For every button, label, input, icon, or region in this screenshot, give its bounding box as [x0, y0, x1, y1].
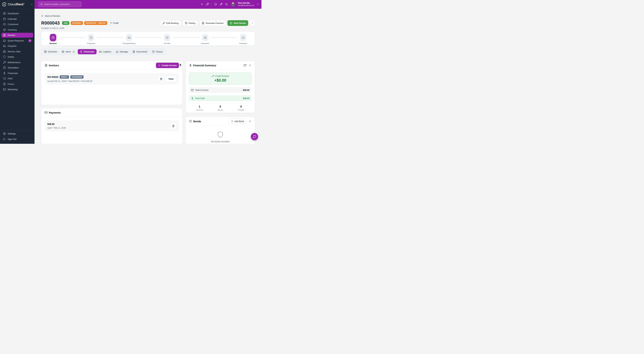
settings-tools-button[interactable]	[220, 3, 222, 6]
collapse-bonds-button[interactable]	[249, 120, 252, 123]
sidebar-footer: Settings Sign Out	[0, 130, 34, 144]
sidebar-item-label: Calendar	[8, 18, 17, 20]
tab-overview[interactable]: Overview	[42, 49, 59, 54]
trash-icon	[160, 78, 162, 80]
payment-amount: $38.50	[47, 123, 170, 125]
sidebar-item-label: Settings	[8, 132, 16, 135]
total-invoiced-label: Total Invoiced	[195, 89, 208, 91]
add-bond-button[interactable]: Add Bond	[229, 119, 246, 124]
truck-icon	[99, 50, 102, 53]
no-bonds-text: No bonds recorded	[211, 140, 230, 143]
sidebar-item-quote-requests[interactable]: Quote Requests1	[1, 38, 33, 43]
credit-position-label-row: Credit Position	[211, 75, 229, 77]
sidebar-item-stocktakes[interactable]: Stocktakes	[1, 65, 33, 70]
sidebar-item-maintenance[interactable]: Maintenance	[1, 60, 33, 65]
step-connector	[97, 37, 123, 38]
sidebar-item-label: Quote Requests	[8, 39, 24, 42]
page-header: R000043 JOB PENDING RESERVED - UNPAID FL…	[41, 20, 255, 26]
chat-fab-button[interactable]	[251, 133, 258, 140]
financial-summary-header: Financial Summary	[186, 61, 255, 70]
quick-add-button[interactable]	[200, 3, 204, 6]
user-menu-caret[interactable]	[257, 3, 259, 5]
logo-row: CloudRent®	[0, 0, 34, 9]
sidebar-item-rentals[interactable]: Rentals	[1, 33, 33, 38]
tab-damage[interactable]: Damage	[114, 49, 130, 54]
notifications-button[interactable]	[214, 3, 217, 6]
sidebar-item-calendar[interactable]: Calendar	[1, 17, 33, 21]
alert-triangle-icon	[116, 50, 118, 53]
moon-icon	[225, 3, 228, 6]
tab-documents[interactable]: Documents	[130, 49, 150, 54]
tab-history[interactable]: History	[150, 49, 165, 54]
sidebar-item-label: Financials	[8, 72, 18, 74]
sidebar-item-financials[interactable]: Financials	[1, 71, 33, 76]
sidebar-item-sign-out[interactable]: Sign Out	[1, 137, 33, 142]
invoice-info: INV-00022 DRAFT STANDARD Issued Feb 11, …	[47, 75, 158, 82]
global-search[interactable]	[38, 2, 81, 7]
header-actions: Edit Booking History Generate Contract S…	[160, 20, 255, 26]
tab-logistics[interactable]: Logistics	[97, 49, 114, 54]
rental-status-stepper: Booked Prepared Pickup/Delivery On Hire …	[41, 32, 255, 46]
back-label: Back to Rentals	[45, 15, 60, 17]
sidebar-item-marketing[interactable]: Marketing	[1, 87, 33, 92]
chat-icon	[253, 135, 256, 138]
avatar[interactable]	[230, 2, 236, 7]
step-connector	[59, 37, 85, 38]
view-invoice-button[interactable]: View	[166, 75, 176, 82]
invoices-card: Invoices Create Invoice INV-00022 DRAFT …	[41, 61, 182, 105]
step-label: Finalised	[239, 42, 247, 44]
sidebar-item-forms[interactable]: Forms	[1, 82, 33, 86]
sidebar-collapse-icon[interactable]	[30, 3, 33, 6]
flag-button[interactable]: FLAG	[108, 21, 120, 25]
delete-payment-button[interactable]	[170, 123, 176, 129]
sidebar-item-pos[interactable]: POS	[1, 76, 33, 81]
pencil-icon	[162, 22, 165, 24]
shield-icon	[3, 55, 6, 58]
dark-mode-toggle[interactable]	[225, 3, 228, 6]
package-icon	[204, 36, 206, 39]
stat-value: 1	[189, 105, 210, 108]
tab-items[interactable]: Items1	[60, 49, 77, 54]
sidebar-item-inventory[interactable]: Inventory	[1, 27, 33, 32]
trending-up-icon	[211, 75, 214, 77]
invoice-number: INV-00022	[47, 76, 58, 78]
registered-mark: ®	[24, 3, 24, 4]
bonds-card-header: Bonds Add Bond	[186, 117, 255, 126]
dollar-icon	[80, 50, 82, 53]
right-column: Financial Summary Credit Position	[186, 61, 255, 144]
sidebar-item-settings[interactable]: Settings	[1, 131, 33, 136]
step-label: On Hire	[164, 42, 170, 44]
delete-invoice-button[interactable]	[158, 75, 164, 82]
tab-financials[interactable]: Financials	[78, 49, 96, 54]
history-button[interactable]: History	[182, 20, 198, 26]
generate-contract-button[interactable]: Generate Contract	[200, 20, 226, 26]
calendar-icon	[3, 18, 6, 20]
brand-name: CloudRent®	[8, 3, 24, 6]
shield-icon	[189, 120, 192, 123]
sidebar-item-service-jobs[interactable]: Service Jobs	[1, 49, 33, 54]
edit-booking-button[interactable]: Edit Booking	[160, 20, 181, 26]
more-actions-button[interactable]	[250, 20, 255, 26]
tools-button[interactable]	[206, 3, 209, 6]
sidebar-item-safety[interactable]: Safety	[1, 54, 33, 59]
kebab-icon	[251, 22, 254, 24]
total-invoiced-value: $38.50	[243, 89, 250, 91]
step-returned: Returned	[202, 34, 209, 45]
back-link[interactable]: Back to Rentals	[41, 15, 60, 17]
avatar-head	[232, 2, 234, 4]
search-input[interactable]	[44, 3, 79, 6]
collapse-financial-summary-button[interactable]	[249, 64, 252, 67]
refresh-button[interactable]	[244, 64, 246, 67]
chevron-down-icon	[257, 3, 259, 5]
sidebar-item-dispatch[interactable]: Dispatch	[1, 44, 33, 48]
sidebar-item-customers[interactable]: Customers	[1, 22, 33, 27]
sidebar-item-label: Sign Out	[8, 138, 16, 140]
flag-label: FLAG	[114, 22, 119, 24]
financial-stats: 1 Invoices 0 Bonds 0 Credits	[189, 103, 252, 111]
user-menu[interactable]: Ron Neville ceo@cloudrent.me	[238, 2, 254, 7]
refresh-icon	[244, 64, 246, 67]
start-rental-button[interactable]: Start Rental	[228, 20, 248, 26]
pickup-step-chip	[126, 34, 132, 41]
create-invoice-button[interactable]: Create Invoice	[156, 63, 179, 68]
sidebar-item-dashboard[interactable]: Dashboard	[1, 11, 33, 16]
